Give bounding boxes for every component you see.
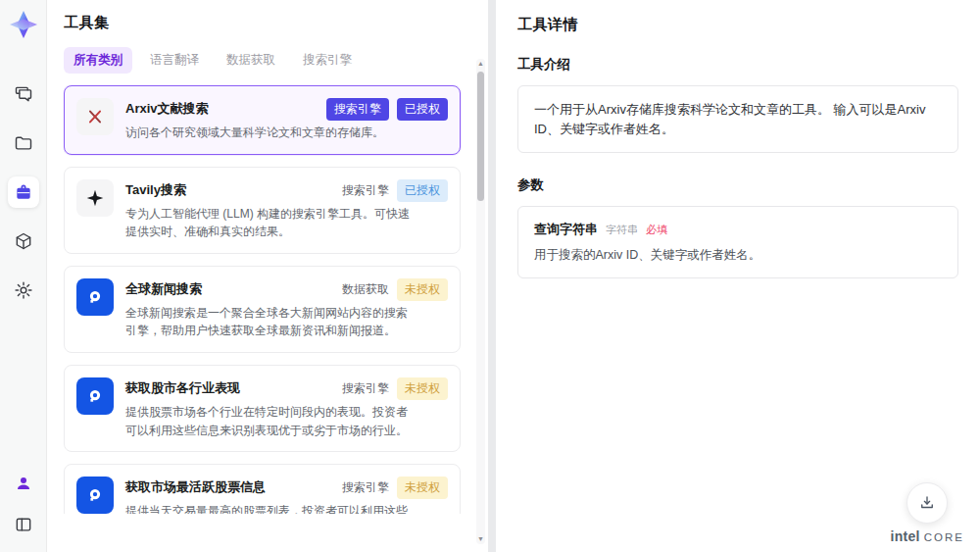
gear-icon: [14, 280, 33, 300]
brand-secondary: CORE: [924, 531, 964, 543]
corner-widgets: intel CORE: [890, 482, 964, 544]
tab-2[interactable]: 数据获取: [217, 47, 285, 74]
tab-0[interactable]: 所有类别: [64, 47, 132, 74]
intro-heading: 工具介绍: [517, 56, 958, 74]
intro-box: 一个用于从Arxiv存储库搜索科学论文和文章的工具。 输入可以是Arxiv ID…: [517, 85, 958, 153]
auth-status-badge: 未授权: [397, 377, 448, 400]
page-title: 工具集: [64, 14, 488, 32]
tool-description: 访问各个研究领域大量科学论文和文章的存储库。: [125, 124, 384, 142]
sidebar-nav: [8, 78, 39, 306]
sidebar-item-files[interactable]: [8, 127, 39, 159]
sidebar-item-tools[interactable]: [8, 176, 39, 208]
cube-icon: [14, 231, 33, 251]
tool-description: 提供股票市场各个行业在特定时间段内的表现。投资者可以利用这些信息来识别表现优于或…: [125, 403, 412, 439]
category-badge: 搜索引擎: [342, 477, 389, 499]
sidebar-item-chat[interactable]: [8, 78, 39, 110]
sidebar: [0, 0, 47, 552]
auth-status-badge: 已授权: [397, 98, 448, 121]
tool-list: Arxiv文献搜索 访问各个研究领域大量科学论文和文章的存储库。 搜索引擎 已授…: [64, 85, 488, 514]
param-description: 用于搜索的Arxiv ID、关键字或作者姓名。: [534, 247, 942, 264]
sidebar-item-profile[interactable]: [8, 468, 39, 499]
tool-card[interactable]: 获取市场最活跃股票信息 提供当天交易量最高的股票列表，投资者可以利用这些信息来识…: [64, 464, 461, 514]
app: 工具集 所有类别语言翻译数据获取搜索引擎 Arxiv文献搜索 访问各个研究领域大…: [0, 0, 980, 552]
sidebar-item-packages[interactable]: [8, 226, 39, 257]
folder-icon: [14, 133, 33, 153]
scroll-down-icon[interactable]: ▼: [476, 534, 485, 544]
app-logo: [9, 10, 38, 39]
scroll-up-icon[interactable]: ▲: [476, 59, 485, 69]
panel-icon: [14, 515, 33, 534]
tool-card[interactable]: 全球新闻搜索 全球新闻搜索是一个聚合全球各大新闻网站内容的搜索引擎，帮助用户快速…: [64, 266, 461, 353]
scrollbar-thumb[interactable]: [477, 72, 484, 201]
sidebar-item-settings[interactable]: [8, 275, 39, 306]
arxiv-icon: [76, 98, 114, 135]
blue-search-icon: [76, 377, 114, 415]
auth-status-badge: 已授权: [397, 179, 448, 202]
intel-core-logo: intel CORE: [890, 528, 964, 544]
param-type: 字符串: [606, 223, 638, 237]
params-box: 查询字符串 字符串 必填 用于搜索的Arxiv ID、关键字或作者姓名。: [517, 206, 958, 278]
blue-search-icon: [76, 477, 114, 514]
tool-card[interactable]: Tavily搜索 专为人工智能代理 (LLM) 构建的搜索引擎工具。可快速提供实…: [64, 167, 461, 254]
params-heading: 参数: [517, 176, 958, 194]
param-required-flag: 必填: [646, 223, 667, 237]
tool-description: 专为人工智能代理 (LLM) 构建的搜索引擎工具。可快速提供实时、准确和真实的结…: [125, 205, 412, 241]
category-tabs: 所有类别语言翻译数据获取搜索引擎: [64, 47, 488, 74]
brand-primary: intel: [890, 528, 919, 544]
sparkle-icon: [76, 179, 114, 217]
intro-text: 一个用于从Arxiv存储库搜索科学论文和文章的工具。 输入可以是Arxiv ID…: [534, 102, 925, 136]
tool-description: 提供当天交易量最高的股票列表，投资者可以利用这些信息来识别流动性强的股票和潜在的…: [125, 502, 412, 514]
tool-list-panel: 工具集 所有类别语言翻译数据获取搜索引擎 Arxiv文献搜索 访问各个研究领域大…: [47, 0, 488, 552]
chat-icon: [14, 84, 33, 104]
download-button[interactable]: [906, 482, 948, 524]
blue-search-icon: [76, 278, 114, 316]
tool-description: 全球新闻搜索是一个聚合全球各大新闻网站内容的搜索引擎，帮助用户快速获取全球最新资…: [125, 304, 412, 340]
category-badge: 数据获取: [342, 278, 389, 301]
briefcase-icon: [14, 182, 33, 202]
panel-divider: [488, 0, 496, 552]
download-icon: [918, 494, 936, 512]
scrollbar[interactable]: ▲ ▼: [476, 59, 485, 544]
category-badge: 搜索引擎: [326, 98, 389, 121]
param-name: 查询字符串: [534, 221, 598, 238]
category-badge: 搜索引擎: [342, 179, 389, 202]
sidebar-bottom-nav: [8, 468, 39, 540]
user-icon: [15, 475, 32, 492]
auth-status-badge: 未授权: [397, 278, 448, 301]
tool-card[interactable]: Arxiv文献搜索 访问各个研究领域大量科学论文和文章的存储库。 搜索引擎 已授…: [64, 85, 461, 155]
category-badge: 搜索引擎: [342, 377, 389, 400]
sidebar-item-collapse-panel[interactable]: [8, 509, 39, 540]
tab-3[interactable]: 搜索引擎: [293, 47, 362, 74]
tool-card[interactable]: 获取股市各行业表现 提供股票市场各个行业在特定时间段内的表现。投资者可以利用这些…: [64, 365, 461, 452]
tool-detail-panel: 工具详情 工具介绍 一个用于从Arxiv存储库搜索科学论文和文章的工具。 输入可…: [496, 0, 980, 552]
auth-status-badge: 未授权: [397, 477, 448, 499]
tab-1[interactable]: 语言翻译: [140, 47, 209, 74]
detail-title: 工具详情: [517, 16, 958, 34]
param-item: 查询字符串 字符串 必填 用于搜索的Arxiv ID、关键字或作者姓名。: [534, 221, 942, 264]
